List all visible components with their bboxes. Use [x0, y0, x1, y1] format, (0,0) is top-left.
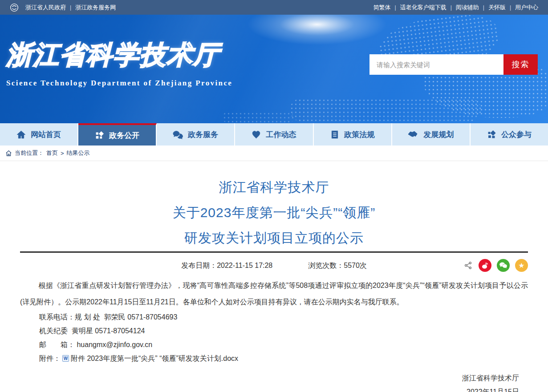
nav-item-home[interactable]: 网站首页	[0, 123, 78, 145]
nav-item-label: 公众参与	[501, 129, 532, 140]
link-simplified-traditional[interactable]: 简繁体	[373, 4, 391, 12]
site-title-english: Science Technology Department of Zhejian…	[6, 79, 232, 88]
nav-item-development-planning[interactable]: 发展规划	[392, 123, 471, 145]
site-title-calligraphy: 浙江省科学技术厅	[6, 38, 232, 73]
publish-date-label: 发布日期：	[181, 262, 217, 269]
nav-item-label: 工作动态	[266, 129, 296, 140]
main-nav: 网站首页 政务公开 政务服务 工作动态	[0, 123, 548, 145]
contact-phone-line: 联系电话：规 划 处 郭荣民 0571-87054693	[20, 310, 528, 324]
topbar-left: 浙江省人民政府 浙江政务服务网	[10, 3, 116, 12]
nav-item-policies[interactable]: 政策法规	[314, 123, 392, 145]
article-title: 浙江省科学技术厅 关于2023年度第一批“尖兵”“领雁” 研发攻关计划项目立项的…	[20, 174, 528, 251]
zhejiang-gov-logo-icon	[10, 3, 19, 12]
article-title-line: 关于2023年度第一批“尖兵”“领雁”	[20, 200, 528, 225]
signature-department: 浙江省科学技术厅	[20, 372, 519, 385]
link-accessibility-client-download[interactable]: 适老化客户端下载	[400, 4, 447, 12]
divider	[510, 4, 511, 11]
nav-item-label: 政策法规	[344, 129, 374, 140]
divider	[451, 4, 452, 11]
breadcrumb-current: 结果公示	[67, 149, 90, 157]
dot-world-map-decoration	[290, 98, 481, 121]
divider	[395, 4, 396, 11]
email-line: 邮 箱： huangmx@zjinfo.gov.cn	[20, 338, 528, 352]
topbar-right: 简繁体 适老化客户端下载 阅读辅助 关怀版 用户中心	[373, 4, 539, 12]
article-title-line: 研发攻关计划项目立项的公示	[20, 225, 528, 251]
publish-date-value: 2022-11-15 17:28	[217, 262, 272, 269]
breadcrumb-prefix: 当前位置：	[15, 149, 44, 157]
link-provincial-government[interactable]: 浙江省人民政府	[25, 4, 66, 12]
search-button[interactable]: 搜索	[503, 54, 538, 75]
signature-date: 2022年11月15日	[20, 385, 519, 392]
link-reading-assist[interactable]: 阅读辅助	[456, 4, 479, 12]
participation-icon	[487, 130, 496, 139]
nav-item-gov-services[interactable]: 政务服务	[157, 123, 235, 145]
search-input[interactable]	[369, 54, 503, 75]
word-document-icon: W	[62, 355, 69, 362]
search-bar: 搜索	[369, 54, 538, 75]
breadcrumb-link-home[interactable]: 首页	[46, 149, 58, 157]
share-icon[interactable]	[464, 261, 472, 270]
home-icon	[16, 130, 26, 139]
open-gov-icon	[95, 131, 104, 140]
article-paragraph: 根据《浙江省重点研发计划暂行管理办法》，现将“高可靠性高端多控存储系统”等508…	[20, 277, 528, 310]
heart-icon	[252, 130, 261, 139]
title-divider	[20, 251, 528, 253]
link-user-center[interactable]: 用户中心	[515, 4, 538, 12]
handshake-icon	[408, 130, 418, 139]
site-banner: 浙江省科学技术厅 Science Technology Department o…	[0, 15, 548, 123]
nav-item-open-government[interactable]: 政务公开	[78, 123, 157, 145]
divider	[483, 4, 484, 11]
share-toolbar: ★	[464, 259, 528, 272]
attachment-label: 附件：	[39, 352, 61, 365]
view-count-label: 浏览次数：	[308, 262, 344, 269]
share-weibo-button[interactable]	[479, 259, 491, 272]
link-care-version[interactable]: 关怀版	[488, 4, 506, 12]
view-count: 浏览次数：5570次	[308, 261, 367, 271]
discipline-committee-line: 机关纪委 黄明星 0571-87054124	[20, 324, 528, 338]
attachment-link[interactable]: 附件 2023年度第一批“尖兵” “领雁”研发攻关计划.docx	[71, 352, 238, 365]
article-signature: 浙江省科学技术厅 2022年11月15日	[20, 372, 528, 392]
article-meta: 发布日期：2022-11-15 17:28 浏览次数：5570次	[20, 259, 528, 273]
share-wechat-button[interactable]	[497, 259, 510, 272]
nav-item-public-participation[interactable]: 公众参与	[471, 123, 548, 145]
divider	[70, 4, 71, 11]
nav-item-label: 政务服务	[188, 129, 218, 140]
view-count-value: 5570次	[344, 262, 367, 269]
breadcrumb-separator: >	[61, 150, 64, 157]
site-brand: 浙江省科学技术厅 Science Technology Department o…	[6, 38, 232, 88]
breadcrumb-home-icon	[5, 150, 12, 157]
star-icon: ★	[518, 262, 524, 269]
attachment-line: 附件： W 附件 2023年度第一批“尖兵” “领雁”研发攻关计划.docx	[20, 352, 528, 365]
document-icon	[330, 130, 339, 139]
link-gov-service-site[interactable]: 浙江政务服务网	[75, 4, 116, 12]
breadcrumb: 当前位置： 首页 > 结果公示	[0, 145, 548, 161]
publish-date: 发布日期：2022-11-15 17:28	[181, 261, 272, 271]
light-flare-decoration	[241, 15, 393, 47]
top-utility-bar: 浙江省人民政府 浙江政务服务网 简繁体 适老化客户端下载 阅读辅助 关怀版 用户…	[0, 0, 548, 15]
article: 浙江省科学技术厅 关于2023年度第一批“尖兵”“领雁” 研发攻关计划项目立项的…	[0, 174, 548, 392]
dot-world-map-decoration	[223, 112, 294, 123]
service-chat-icon	[173, 130, 183, 139]
nav-item-label: 发展规划	[423, 129, 454, 140]
nav-item-label: 政务公开	[109, 130, 139, 141]
nav-item-label: 网站首页	[31, 129, 61, 140]
nav-item-work-news[interactable]: 工作动态	[235, 123, 313, 145]
share-qzone-button[interactable]: ★	[515, 259, 528, 272]
article-title-line: 浙江省科学技术厅	[20, 174, 528, 200]
